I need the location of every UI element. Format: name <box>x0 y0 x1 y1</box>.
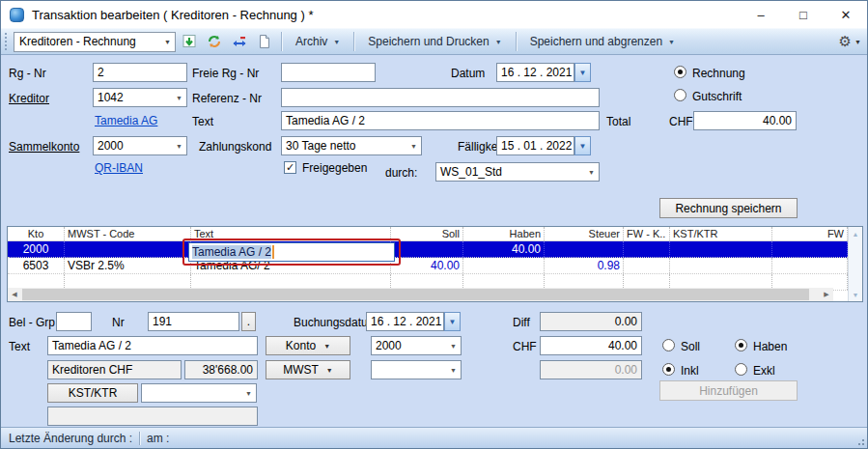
rechnung-speichern-button[interactable]: Rechnung speichern <box>659 198 798 218</box>
inkl-radio-label[interactable]: Inkl <box>681 364 699 378</box>
nr-label: Nr <box>112 316 125 329</box>
refresh-button[interactable] <box>203 31 226 52</box>
total-input[interactable]: 40.00 <box>693 111 797 130</box>
buchungsdatum-picker-button[interactable]: ▼ <box>444 312 461 331</box>
text-input[interactable]: Tamedia AG / 2 <box>281 111 600 130</box>
freie-rg-nr-input[interactable] <box>281 63 376 82</box>
referenz-nr-label: Referenz - Nr <box>192 92 262 105</box>
minimize-button[interactable]: – <box>740 1 782 28</box>
cell-steuer[interactable]: 0.98 <box>545 258 624 273</box>
col-kst-ktr[interactable]: KST/KTR <box>670 227 772 240</box>
durch-select[interactable]: WS_01_Std ▼ <box>435 162 600 182</box>
mwst-menu-button[interactable]: MWST ▼ <box>266 360 350 379</box>
cell-kst-ktr[interactable] <box>670 258 772 273</box>
konto-select[interactable]: 2000 ▼ <box>371 336 462 355</box>
kreditor-name-link[interactable]: Tamedia AG <box>95 114 157 127</box>
hinzufuegen-button[interactable]: Hinzufügen <box>659 380 798 401</box>
cell-fw[interactable] <box>772 258 848 273</box>
cell-text-editor[interactable]: Tamedia AG / 2 <box>188 242 395 262</box>
cell-soll[interactable]: 40.00 <box>391 258 463 273</box>
nr-input[interactable]: 191 <box>148 312 239 331</box>
cell-haben[interactable] <box>463 258 545 273</box>
col-haben[interactable]: Haben <box>463 227 545 240</box>
cell-steuer[interactable] <box>545 241 624 257</box>
close-button[interactable]: ✕ <box>825 1 867 28</box>
kst-ktr-select[interactable]: ▼ <box>141 383 257 403</box>
speichern-drucken-menu-button[interactable]: Speichern und Drucken ▼ <box>359 31 510 52</box>
cell-kst-ktr[interactable] <box>670 241 772 257</box>
table-row[interactable]: 2000 40.00 <box>8 241 848 258</box>
freigegeben-label[interactable]: Freigegeben <box>302 161 367 175</box>
kreditor-select[interactable]: 1042 ▼ <box>93 88 187 107</box>
exkl-radio-label[interactable]: Exkl <box>753 364 775 378</box>
titlebar: Transaktion bearbeiten ( Kreditoren - Re… <box>1 1 867 28</box>
cell-fw[interactable] <box>772 241 848 257</box>
qr-iban-link[interactable]: QR-IBAN <box>95 161 143 175</box>
horizontal-scrollbar-thumb[interactable] <box>22 289 809 300</box>
resize-grip[interactable] <box>855 436 865 446</box>
cell-kto[interactable]: 2000 <box>8 241 65 257</box>
adjust-columns-button[interactable] <box>228 31 251 52</box>
exkl-radio[interactable] <box>735 363 747 376</box>
cell-kto[interactable]: 6503 <box>8 258 65 273</box>
check-icon: ✓ <box>286 161 294 174</box>
konto-menu-button[interactable]: Konto ▼ <box>266 336 350 355</box>
zahlungskond-select[interactable]: 30 Tage netto ▼ <box>281 136 422 155</box>
kst-ktr-button[interactable]: KST/KTR <box>47 383 138 403</box>
col-soll[interactable]: Soll <box>391 227 463 240</box>
mwst-select[interactable]: ▼ <box>371 360 462 379</box>
gutschrift-radio[interactable] <box>674 89 686 101</box>
toolbar-grip[interactable] <box>5 33 9 50</box>
buchungsdatum-input[interactable]: 16 . 12 . 2021 <box>366 312 444 331</box>
haben-radio-label[interactable]: Haben <box>753 340 787 353</box>
cell-fw-k[interactable] <box>624 241 670 257</box>
freigegeben-checkbox[interactable]: ✓ <box>284 161 296 174</box>
col-steuer[interactable]: Steuer <box>545 227 624 240</box>
rechnung-radio[interactable] <box>674 66 686 78</box>
referenz-nr-input[interactable] <box>281 88 600 107</box>
scroll-left-icon[interactable]: ◀ <box>8 288 21 301</box>
datum-picker-button[interactable]: ▼ <box>574 63 591 82</box>
chevron-down-icon: ▼ <box>323 343 330 350</box>
sammelkonto-label-link[interactable]: Sammelkonto <box>9 140 79 154</box>
maximize-button[interactable]: □ <box>782 1 825 28</box>
horizontal-scrollbar[interactable]: ◀ ▶ <box>8 288 833 301</box>
col-fw[interactable]: FW <box>772 227 848 240</box>
faelligkeit-input[interactable]: 15 . 01 . 2022 <box>496 136 574 155</box>
col-kto[interactable]: Kto <box>8 227 65 240</box>
window-title: Transaktion bearbeiten ( Kreditoren - Re… <box>32 8 313 22</box>
vertical-scrollbar[interactable]: ▲ ▼ <box>848 227 862 301</box>
detail-text-input[interactable]: Tamedia AG / 2 <box>47 336 258 355</box>
datum-input[interactable]: 16 . 12 . 2021 <box>496 63 574 82</box>
rg-nr-input[interactable]: 2 <box>93 63 187 82</box>
sammelkonto-select[interactable]: 2000 ▼ <box>93 136 187 155</box>
new-document-button[interactable] <box>253 31 276 52</box>
rechnung-radio-label[interactable]: Rechnung <box>692 67 745 80</box>
archiv-menu-button[interactable]: Archiv ▼ <box>287 31 349 52</box>
kreditor-label-link[interactable]: Kreditor <box>9 92 49 105</box>
col-mwst-code[interactable]: MWST - Code <box>65 227 191 240</box>
scroll-right-icon[interactable]: ▶ <box>820 288 833 301</box>
col-fw-k[interactable]: FW - K.. <box>624 227 670 240</box>
haben-radio[interactable] <box>735 339 747 351</box>
soll-radio-label[interactable]: Soll <box>681 340 700 353</box>
scroll-down-icon[interactable]: ▼ <box>849 288 862 301</box>
table-row[interactable]: 6503 VSBr 2.5% Tamedia AG/ 2 40.00 0.98 <box>8 258 848 274</box>
cell-haben[interactable]: 40.00 <box>463 241 545 257</box>
transaction-type-select[interactable]: Kreditoren - Rechnung ▼ <box>14 32 176 52</box>
chf-amount-input[interactable]: 40.00 <box>540 336 642 355</box>
inkl-radio[interactable] <box>662 363 675 376</box>
scroll-up-icon[interactable]: ▲ <box>849 227 862 240</box>
bel-grp-input[interactable] <box>56 312 92 331</box>
faelligkeit-picker-button[interactable]: ▼ <box>574 136 591 155</box>
cell-fw-k[interactable] <box>624 258 670 273</box>
nr-dot-button[interactable]: . <box>241 312 256 331</box>
cell-soll[interactable] <box>391 241 463 257</box>
speichern-abgrenzen-menu-button[interactable]: Speichern und abgrenzen ▼ <box>521 31 684 52</box>
settings-menu-button[interactable]: ⚙ ▼ <box>839 33 861 50</box>
cell-mwst[interactable] <box>65 241 191 257</box>
gutschrift-radio-label[interactable]: Gutschrift <box>692 90 742 103</box>
cell-mwst[interactable]: VSBr 2.5% <box>65 258 191 273</box>
soll-radio[interactable] <box>662 339 675 351</box>
import-button[interactable] <box>178 31 201 52</box>
